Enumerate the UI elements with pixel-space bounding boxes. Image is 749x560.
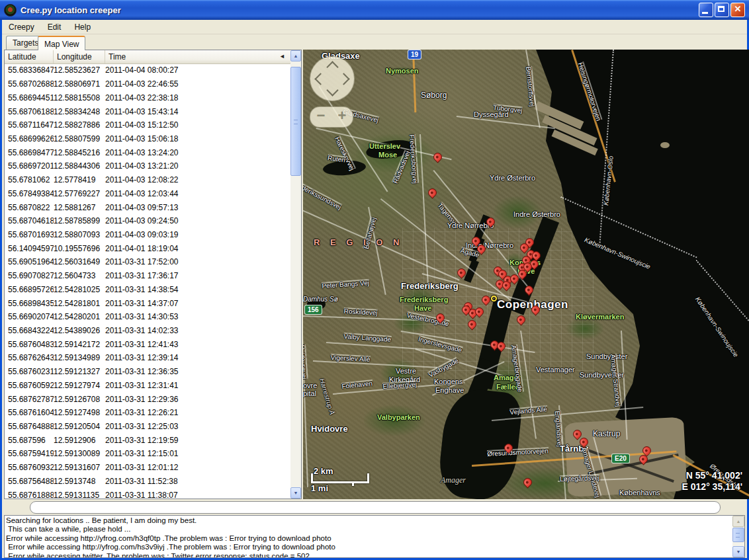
table-cell: 12.59127498 bbox=[54, 408, 105, 417]
location-pin[interactable] bbox=[431, 151, 443, 163]
table-row[interactable]: 55.6833684712.585236272011-04-04 08:00:2… bbox=[5, 63, 290, 77]
table-cell: 2011-03-31 12:19:59 bbox=[105, 436, 290, 445]
table-row[interactable]: 55.6875648812.59137482011-03-31 11:52:38 bbox=[5, 475, 290, 489]
map-canvas[interactable]: − + 2 km 1 mi N 55° 41,002' E 012° 35,11… bbox=[303, 50, 749, 499]
selected-location-marker bbox=[491, 296, 497, 301]
table-cell: 2011-04-03 15:43:14 bbox=[105, 107, 290, 116]
table-row[interactable]: 55.6876093212.591316072011-03-31 12:01:1… bbox=[5, 461, 290, 475]
log-line: Error while accessing twitter. The probl… bbox=[6, 552, 731, 558]
log-scrollbar[interactable]: ▲ ▼ bbox=[732, 516, 744, 557]
table-cell: 12.59142172 bbox=[54, 340, 105, 349]
table-cell: 12.58785899 bbox=[54, 216, 105, 225]
table-row[interactable]: 55.6869445112.588155082011-04-03 22:38:1… bbox=[5, 91, 290, 104]
table-cell: 2011-03-31 17:36:17 bbox=[105, 271, 290, 280]
table-row[interactable]: 55.6876059212.591279742011-03-31 12:31:4… bbox=[5, 379, 290, 393]
table-cell: 2011-04-03 13:21:20 bbox=[105, 161, 290, 171]
map-label: Kløvermarken bbox=[576, 313, 624, 321]
table-row[interactable]: 56.1409459710.195576962011-04-01 18:19:0… bbox=[5, 241, 290, 255]
map-label: Folehaven bbox=[341, 380, 373, 384]
tab-map-view[interactable]: Map View bbox=[38, 36, 85, 50]
map-zoom-control[interactable]: − + bbox=[310, 106, 353, 128]
pan-right-icon[interactable] bbox=[337, 73, 349, 85]
table-cell: 12.5778419 bbox=[54, 175, 105, 184]
column-time[interactable]: Time bbox=[105, 50, 290, 63]
scroll-up-icon[interactable]: ▲ bbox=[290, 50, 301, 61]
minimize-button[interactable] bbox=[699, 3, 713, 17]
table-row[interactable]: 55.6876048312.591421722011-03-31 12:41:4… bbox=[5, 337, 290, 351]
map-label: Vestamager bbox=[536, 366, 575, 374]
table-cell: 2011-04-03 22:38:18 bbox=[105, 93, 290, 102]
table-cell: 2011-04-03 09:57:13 bbox=[105, 203, 290, 212]
map-label: Hvidovre bbox=[311, 424, 348, 434]
scale-mi-label: 1 mi bbox=[311, 483, 369, 493]
table-row[interactable]: 55.678106212.57784192011-04-03 12:08:22 bbox=[5, 173, 290, 187]
table-cell: 12.58807599 bbox=[54, 134, 105, 143]
log-scroll-down-icon[interactable]: ▼ bbox=[732, 546, 744, 557]
table-row[interactable]: 55.6875941912.591300892011-03-31 12:15:0… bbox=[5, 447, 290, 461]
log-scrollbar-thumb[interactable] bbox=[732, 528, 744, 542]
table-row[interactable]: 55.68759612.59129062011-03-31 12:19:59 bbox=[5, 433, 290, 447]
scroll-down-icon[interactable]: ▼ bbox=[290, 487, 301, 499]
table-row[interactable]: 55.6876488812.591205042011-03-31 12:25:0… bbox=[5, 420, 290, 434]
table-row[interactable]: 55.6690207412.542802012011-03-31 14:30:5… bbox=[5, 310, 290, 324]
table-row[interactable]: 55.6876278712.591267082011-03-31 12:29:3… bbox=[5, 392, 290, 406]
table-row[interactable]: 55.6870461812.587858992011-04-03 09:24:5… bbox=[5, 214, 290, 228]
table-row[interactable]: 55.6907082712.56047332011-03-31 17:36:17 bbox=[5, 269, 290, 283]
table-cell: 55.687596 bbox=[5, 436, 54, 445]
table-row[interactable]: 55.6869847712.588452162011-04-03 13:24:2… bbox=[5, 145, 290, 159]
pan-up-icon[interactable] bbox=[326, 61, 338, 73]
table-row[interactable]: 55.6869962612.588075992011-04-03 15:06:1… bbox=[5, 132, 290, 146]
table-cell: 2011-03-31 12:36:35 bbox=[105, 367, 290, 376]
table-scrollbar[interactable]: ▲ ▼ bbox=[290, 50, 301, 499]
close-button[interactable] bbox=[730, 3, 745, 17]
zoom-out-button[interactable]: − bbox=[310, 107, 331, 127]
menu-edit[interactable]: Edit bbox=[41, 21, 68, 33]
menu-creepy[interactable]: Creepy bbox=[2, 21, 41, 33]
table-row[interactable]: 55.6684322412.543890262011-03-31 14:02:3… bbox=[5, 324, 290, 338]
table-row[interactable]: 55.687082212.58812672011-04-03 09:57:13 bbox=[5, 200, 290, 214]
scrollbar-thumb[interactable] bbox=[290, 67, 301, 176]
table-row[interactable]: 55.6870268812.588069712011-04-03 22:46:5… bbox=[5, 77, 290, 91]
pan-left-icon[interactable] bbox=[314, 73, 326, 85]
pan-down-icon[interactable] bbox=[326, 84, 338, 96]
table-cell: 2011-03-31 12:01:12 bbox=[105, 463, 290, 472]
log-scroll-up-icon[interactable]: ▲ bbox=[732, 516, 744, 527]
location-pin[interactable] bbox=[426, 186, 438, 198]
table-row[interactable]: 55.6869720112.588443062011-04-03 13:21:2… bbox=[5, 159, 290, 173]
table-cell: 2011-04-03 09:03:19 bbox=[105, 230, 290, 239]
table-row[interactable]: 55.6870169312.588070932011-04-03 09:03:1… bbox=[5, 228, 290, 242]
table-row[interactable]: 55.6876160412.591274982011-03-31 12:26:2… bbox=[5, 406, 290, 420]
map-label: Amager bbox=[441, 475, 466, 485]
menu-help[interactable]: Help bbox=[67, 21, 97, 33]
table-row[interactable]: 55.6689843512.542818012011-03-31 14:37:0… bbox=[5, 296, 290, 310]
table-row[interactable]: 55.6876023112.591213272011-03-31 12:36:3… bbox=[5, 365, 290, 379]
table-cell: 55.68760932 bbox=[5, 463, 54, 472]
title-bar[interactable]: Cree.py location creeper bbox=[0, 0, 749, 20]
map-label: Kongens bbox=[434, 378, 463, 385]
map-pan-control[interactable] bbox=[310, 56, 355, 101]
table-cell: 55.68702688 bbox=[5, 79, 54, 89]
column-longitude[interactable]: Longitude bbox=[54, 50, 105, 63]
table-row[interactable]: 55.6871164712.588278862011-04-03 15:12:5… bbox=[5, 118, 290, 132]
table-row[interactable]: 55.6784938412.577692272011-04-03 12:03:4… bbox=[5, 186, 290, 200]
zoom-in-button[interactable]: + bbox=[331, 107, 353, 127]
column-latitude[interactable]: Latitude bbox=[5, 50, 54, 63]
map-label: Vigerslev Allé bbox=[331, 354, 371, 357]
table-cell: 2011-04-03 12:08:22 bbox=[105, 175, 290, 184]
table-row[interactable]: 55.6689572612.542810252011-03-31 14:38:5… bbox=[5, 283, 290, 297]
maximize-button[interactable] bbox=[715, 3, 729, 17]
table-row[interactable]: 55.6876264312.591349892011-03-31 12:39:1… bbox=[5, 351, 290, 365]
table-cell: 56.14094597 bbox=[5, 244, 54, 253]
map-label: Søborg bbox=[421, 91, 447, 100]
table-row[interactable]: 55.6870618812.588342482011-04-03 15:43:1… bbox=[5, 104, 290, 118]
map-label: Valbyparken bbox=[377, 413, 420, 421]
table-row[interactable]: 55.6905196412.560316492011-03-31 17:52:0… bbox=[5, 255, 290, 269]
header-scroll-left-icon[interactable]: ◄ bbox=[279, 53, 285, 60]
table-cell: 55.68704618 bbox=[5, 216, 54, 225]
map-label: Mose bbox=[378, 151, 397, 159]
table-row[interactable]: 55.6876188812.591311352011-03-31 11:38:0… bbox=[5, 488, 290, 499]
table-cell: 55.68762643 bbox=[5, 353, 54, 362]
map-label: R E G I O N bbox=[314, 237, 403, 247]
table-cell: 55.69051964 bbox=[5, 257, 54, 266]
progress-row bbox=[2, 499, 747, 515]
